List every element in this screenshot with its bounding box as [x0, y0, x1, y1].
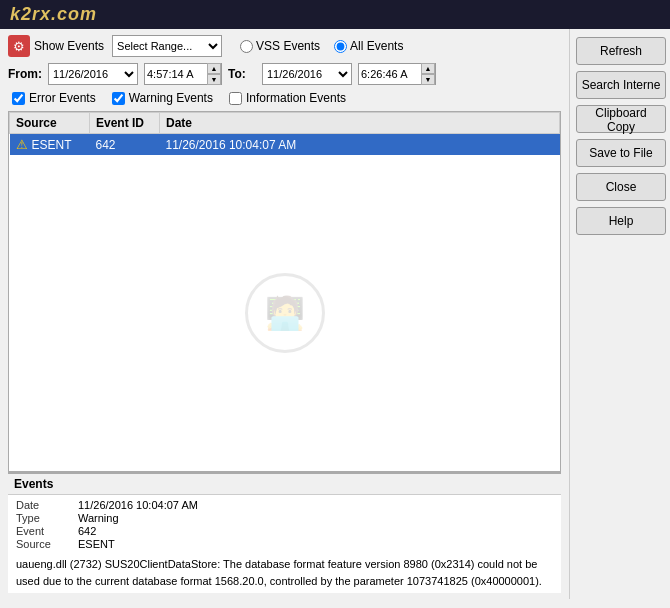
all-label: All Events: [350, 39, 403, 53]
details-panel: Date 11/26/2016 10:04:07 AM Type Warning…: [8, 494, 561, 593]
event-type-radio-group: VSS Events All Events: [240, 39, 403, 53]
detail-source-row: Source ESENT: [16, 538, 553, 550]
to-time-wrap: ▲ ▼: [358, 63, 436, 85]
vss-label: VSS Events: [256, 39, 320, 53]
vss-events-radio-label[interactable]: VSS Events: [240, 39, 320, 53]
detail-event-key: Event: [16, 525, 66, 537]
to-time-up[interactable]: ▲: [421, 63, 435, 74]
warn-icon: ⚠: [16, 137, 28, 152]
detail-source-key: Source: [16, 538, 66, 550]
detail-type-row: Type Warning: [16, 512, 553, 524]
watermark-logo: 🧑‍💻: [245, 273, 325, 353]
col-source: Source: [10, 113, 90, 134]
show-events-label: Show Events: [34, 39, 104, 53]
col-date: Date: [160, 113, 560, 134]
detail-date-val: 11/26/2016 10:04:07 AM: [78, 499, 198, 511]
error-events-label[interactable]: Error Events: [12, 91, 96, 105]
refresh-button[interactable]: Refresh: [576, 37, 666, 65]
from-time-input[interactable]: [145, 64, 207, 84]
checkbox-row: Error Events Warning Events Information …: [12, 91, 561, 105]
to-time-input[interactable]: [359, 64, 421, 84]
error-events-checkbox[interactable]: [12, 92, 25, 105]
row-date: 11/26/2016 10:04:07 AM: [160, 134, 560, 156]
error-events-text: Error Events: [29, 91, 96, 105]
help-button[interactable]: Help: [576, 207, 666, 235]
detail-source-val: ESENT: [78, 538, 115, 550]
banner: k2rx.com: [0, 0, 670, 29]
from-date-select[interactable]: 11/26/2016: [48, 63, 138, 85]
vss-events-radio[interactable]: [240, 40, 253, 53]
toolbar-row1: ⚙ Show Events Select Range... VSS Events…: [8, 35, 561, 57]
warning-events-label[interactable]: Warning Events: [112, 91, 213, 105]
col-eventid: Event ID: [90, 113, 160, 134]
search-internet-button[interactable]: Search Interne: [576, 71, 666, 99]
detail-description: uaueng.dll (2732) SUS20ClientDataStore: …: [16, 556, 553, 589]
range-select[interactable]: Select Range...: [112, 35, 222, 57]
right-panel: Refresh Search Interne Clipboard Copy Sa…: [570, 29, 670, 599]
detail-date-row: Date 11/26/2016 10:04:07 AM: [16, 499, 553, 511]
all-events-radio[interactable]: [334, 40, 347, 53]
show-events-group: ⚙ Show Events: [8, 35, 104, 57]
save-to-file-button[interactable]: Save to File: [576, 139, 666, 167]
banner-text: k2rx.com: [10, 4, 97, 24]
from-label: From:: [8, 67, 42, 81]
row-source: ⚠ ESENT: [10, 134, 90, 155]
row-eventid: 642: [90, 134, 160, 156]
detail-date-key: Date: [16, 499, 66, 511]
to-time-down[interactable]: ▼: [421, 74, 435, 85]
clipboard-copy-button[interactable]: Clipboard Copy: [576, 105, 666, 133]
watermark-area: 🧑‍💻: [9, 155, 560, 471]
detail-event-row: Event 642: [16, 525, 553, 537]
details-header: Events: [8, 472, 561, 494]
all-events-radio-label[interactable]: All Events: [334, 39, 403, 53]
event-table-wrap: Source Event ID Date ⚠ ESENT 642 1: [8, 111, 561, 472]
information-events-text: Information Events: [246, 91, 346, 105]
detail-event-val: 642: [78, 525, 96, 537]
datetime-row: From: 11/26/2016 ▲ ▼ To: 11/26/2016 ▲ ▼: [8, 63, 561, 85]
events-icon: ⚙: [8, 35, 30, 57]
warning-events-text: Warning Events: [129, 91, 213, 105]
left-panel: ⚙ Show Events Select Range... VSS Events…: [0, 29, 570, 599]
from-time-up[interactable]: ▲: [207, 63, 221, 74]
information-events-label[interactable]: Information Events: [229, 91, 346, 105]
to-label: To:: [228, 67, 256, 81]
table-row[interactable]: ⚠ ESENT 642 11/26/2016 10:04:07 AM: [10, 134, 560, 156]
from-time-wrap: ▲ ▼: [144, 63, 222, 85]
detail-type-key: Type: [16, 512, 66, 524]
event-table: Source Event ID Date ⚠ ESENT 642 1: [9, 112, 560, 155]
from-time-spinners: ▲ ▼: [207, 63, 221, 85]
to-date-select[interactable]: 11/26/2016: [262, 63, 352, 85]
warning-events-checkbox[interactable]: [112, 92, 125, 105]
to-time-spinners: ▲ ▼: [421, 63, 435, 85]
from-time-down[interactable]: ▼: [207, 74, 221, 85]
close-button[interactable]: Close: [576, 173, 666, 201]
information-events-checkbox[interactable]: [229, 92, 242, 105]
detail-type-val: Warning: [78, 512, 119, 524]
